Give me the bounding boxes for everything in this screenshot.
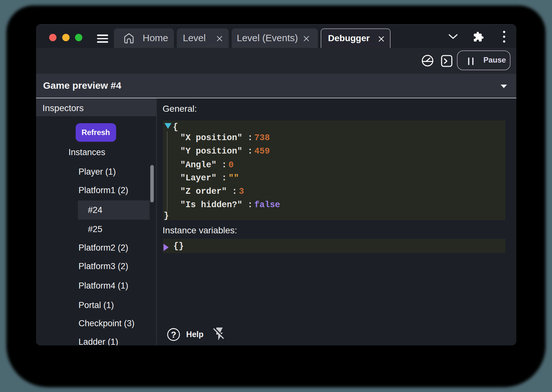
svg-text:?: ? [171, 330, 176, 340]
